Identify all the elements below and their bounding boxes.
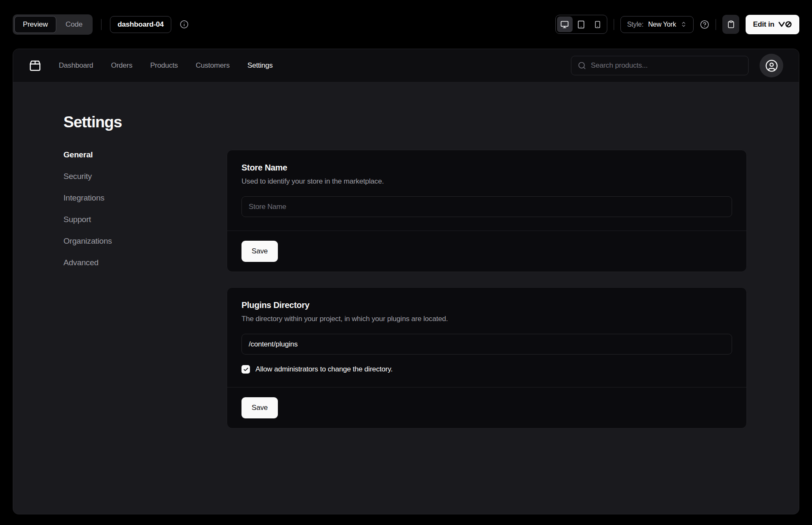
- plugins-card-title: Plugins Directory: [241, 300, 732, 310]
- nav-link-products[interactable]: Products: [150, 61, 178, 70]
- plugins-directory-card: Plugins Directory The directory within y…: [227, 287, 747, 429]
- sidebar-item-advanced[interactable]: Advanced: [63, 258, 227, 268]
- nav-link-dashboard[interactable]: Dashboard: [59, 61, 93, 70]
- code-tab[interactable]: Code: [57, 16, 91, 33]
- settings-page: Settings General Security Integrations S…: [13, 82, 799, 514]
- block-preview-frame: Dashboard Orders Products Customers Sett…: [13, 49, 799, 514]
- search-icon: [578, 61, 586, 70]
- sidebar-item-security[interactable]: Security: [63, 171, 227, 181]
- info-icon: [180, 20, 189, 29]
- mobile-view-button[interactable]: [590, 16, 606, 32]
- nav-link-orders[interactable]: Orders: [111, 61, 132, 70]
- store-name-card: Store Name Used to identify your store i…: [227, 150, 747, 272]
- user-menu-button[interactable]: [760, 54, 783, 77]
- block-name-badge: dashboard-04: [110, 16, 171, 33]
- viewer-toolbar: Preview Code dashboard-04: [0, 0, 812, 49]
- product-search: [571, 56, 749, 75]
- plugins-directory-input[interactable]: [241, 334, 732, 355]
- store-name-save-button[interactable]: Save: [241, 241, 278, 262]
- edit-in-v0-button[interactable]: Edit in: [746, 15, 799, 34]
- allow-admins-checkbox-label[interactable]: Allow administrators to change the direc…: [255, 365, 392, 374]
- v0-logo-icon: [778, 21, 792, 28]
- desktop-view-button[interactable]: [557, 16, 573, 32]
- copy-code-button[interactable]: [722, 15, 739, 34]
- circle-user-icon: [765, 59, 778, 72]
- toolbar-divider: [716, 19, 716, 30]
- chevrons-up-down-icon: [680, 21, 687, 27]
- plugins-save-button[interactable]: Save: [241, 397, 278, 418]
- edit-in-v0-label: Edit in: [753, 20, 774, 29]
- toolbar-divider: [101, 19, 102, 30]
- store-name-input[interactable]: [241, 196, 732, 217]
- device-size-toggle: [555, 15, 607, 34]
- clipboard-icon: [727, 20, 735, 28]
- circle-help-icon: [700, 20, 709, 29]
- sidebar-item-support[interactable]: Support: [63, 214, 227, 225]
- app-nav-links: Dashboard Orders Products Customers Sett…: [59, 61, 273, 70]
- view-mode-toggle: Preview Code: [13, 14, 93, 35]
- settings-sidebar: General Security Integrations Support Or…: [63, 150, 227, 429]
- sidebar-item-organizations[interactable]: Organizations: [63, 236, 227, 246]
- sidebar-item-integrations[interactable]: Integrations: [63, 193, 227, 203]
- style-help-button[interactable]: [700, 20, 709, 29]
- sidebar-item-general[interactable]: General: [63, 150, 227, 160]
- nav-link-customers[interactable]: Customers: [196, 61, 230, 70]
- smartphone-icon: [594, 21, 601, 28]
- check-icon: [243, 367, 249, 372]
- nav-link-settings[interactable]: Settings: [247, 61, 273, 70]
- search-input[interactable]: [591, 61, 742, 70]
- monitor-icon: [560, 20, 569, 29]
- page-title: Settings: [63, 113, 747, 131]
- preview-tab[interactable]: Preview: [14, 16, 56, 33]
- toolbar-divider: [614, 19, 614, 30]
- settings-cards: Store Name Used to identify your store i…: [227, 150, 747, 429]
- package-logo-icon[interactable]: [29, 59, 41, 72]
- plugins-card-description: The directory within your project, in wh…: [241, 315, 732, 323]
- style-label: Style:: [627, 21, 644, 28]
- block-info-button[interactable]: [180, 20, 189, 29]
- store-app-navbar: Dashboard Orders Products Customers Sett…: [13, 49, 799, 82]
- style-value: New York: [648, 21, 676, 28]
- tablet-view-button[interactable]: [573, 16, 589, 32]
- store-name-card-description: Used to identify your store in the marke…: [241, 177, 732, 186]
- store-name-card-title: Store Name: [241, 163, 732, 173]
- allow-admins-checkbox[interactable]: [241, 365, 250, 374]
- tablet-icon: [577, 20, 585, 29]
- style-select[interactable]: Style: New York: [620, 16, 694, 33]
